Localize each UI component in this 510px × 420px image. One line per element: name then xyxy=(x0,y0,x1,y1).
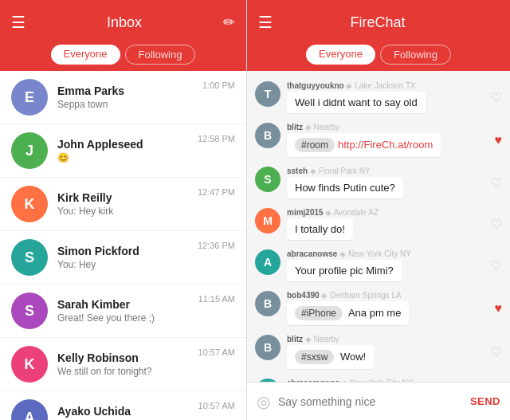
inbox-name: Kelly Robinson xyxy=(57,351,192,364)
hashtag-pill[interactable]: #iPhone xyxy=(295,306,343,320)
chat-bubble-wrap: thatguyyoukno ◈ Lake Jackson TX Well i d… xyxy=(287,81,486,113)
inbox-preview: You: Hey kirk xyxy=(57,206,191,217)
hashtag-pill[interactable]: #room xyxy=(295,138,335,152)
chat-avatar: S xyxy=(255,167,280,192)
chat-item: B blitz ◈ Nearby #sxsw Wow! ♡ xyxy=(247,331,510,373)
right-hamburger-icon[interactable]: ☰ xyxy=(258,13,273,32)
chat-location: ◈ Avondale AZ xyxy=(325,208,379,217)
inbox-preview: You: Hey xyxy=(57,259,191,270)
inbox-title: Inbox xyxy=(26,14,223,31)
inbox-preview: Great! See you there ;) xyxy=(57,312,192,324)
chat-item: A abracamowse ◈ New York City NY Yes, I … xyxy=(247,375,510,382)
avatar: K xyxy=(11,186,48,222)
inbox-name: Kirk Reilly xyxy=(57,191,191,204)
chat-sender-name: bob4390 xyxy=(287,291,320,300)
inbox-item[interactable]: E Emma Parks Seppa town 1:00 PM xyxy=(0,71,246,124)
right-header: ☰ FireChat xyxy=(247,0,510,45)
right-tab-following[interactable]: Following xyxy=(380,45,451,65)
heart-icon[interactable]: ♥ xyxy=(495,133,503,147)
heart-icon[interactable]: ♥ xyxy=(495,301,503,316)
inbox-content: Simon Pickford You: Hey xyxy=(57,245,191,270)
inbox-preview: Seppa town xyxy=(57,99,196,110)
chat-bubble: How finds Putin cute? xyxy=(287,177,403,198)
inbox-item[interactable]: J John Appleseed 😊 12:58 PM xyxy=(0,124,246,178)
chat-bubble: #roomhttp://FireCh.at/room xyxy=(287,133,441,157)
chat-sender-line: blitz ◈ Nearby xyxy=(287,335,486,343)
chat-sender-name: blitz xyxy=(287,335,303,343)
chat-avatar: B xyxy=(255,291,280,316)
inbox-name: Ayako Uchida xyxy=(57,405,192,418)
hashtag-pill[interactable]: #sxsw xyxy=(295,350,334,364)
chat-bubble: #iPhone Ana pm me xyxy=(287,301,409,325)
chat-sender-line: bob4390 ◈ Denham Springs LA xyxy=(287,291,490,300)
chat-sender-name: thatguyyoukno xyxy=(287,81,344,90)
heart-icon[interactable]: ♡ xyxy=(491,217,502,232)
chat-sender-name: blitz xyxy=(287,123,303,131)
avatar: J xyxy=(11,132,48,169)
edit-icon[interactable]: ✏ xyxy=(223,14,235,31)
chat-sender-line: thatguyyoukno ◈ Lake Jackson TX xyxy=(287,81,486,90)
inbox-time: 11:15 AM xyxy=(198,294,235,304)
inbox-item[interactable]: K Kelly Robinson We still on for tonight… xyxy=(0,338,246,391)
heart-icon[interactable]: ♡ xyxy=(491,175,502,190)
chat-link[interactable]: http://FireCh.at/room xyxy=(338,139,433,151)
inbox-time: 12:36 PM xyxy=(198,241,235,250)
inbox-preview: We still on for tonight? xyxy=(57,366,192,377)
left-header: ☰ Inbox ✏ xyxy=(0,0,246,45)
inbox-item[interactable]: S Simon Pickford You: Hey 12:36 PM xyxy=(0,231,246,285)
chat-avatar: B xyxy=(255,123,280,148)
chat-avatar: M xyxy=(255,208,280,234)
chat-bubble-wrap: mimj2015 ◈ Avondale AZ I totally do! xyxy=(287,208,486,240)
inbox-name: John Appleseed xyxy=(57,138,191,151)
right-panel: ☰ FireChat Everyone Following T thatguyy… xyxy=(247,0,510,420)
chat-location: ◈ Denham Springs LA xyxy=(321,291,401,300)
inbox-time: 12:47 PM xyxy=(198,187,235,197)
firechat-title: FireChat xyxy=(273,14,483,31)
chat-bubble-wrap: ssteh ◈ Floral Park NY How finds Putin c… xyxy=(287,167,486,198)
inbox-preview: 😊 xyxy=(57,152,191,163)
avatar: K xyxy=(11,346,48,383)
chat-input[interactable] xyxy=(278,395,470,408)
heart-icon[interactable]: ♡ xyxy=(491,90,502,105)
left-panel: ☰ Inbox ✏ Everyone Following E Emma Park… xyxy=(0,0,247,420)
inbox-content: Kirk Reilly You: Hey kirk xyxy=(57,191,191,217)
chat-location: ◈ Nearby xyxy=(305,335,339,343)
heart-icon[interactable]: ♡ xyxy=(491,258,502,273)
heart-icon[interactable]: ♡ xyxy=(491,344,502,359)
chat-item: M mimj2015 ◈ Avondale AZ I totally do! ♡ xyxy=(247,204,510,244)
right-tab-bar: Everyone Following xyxy=(247,45,510,71)
chat-bubble: I totally do! xyxy=(287,218,353,240)
inbox-content: Sarah Kimber Great! See you there ;) xyxy=(57,298,192,324)
chat-avatar: A xyxy=(255,249,280,275)
chat-bubble-wrap: blitz ◈ Nearby #roomhttp://FireCh.at/roo… xyxy=(287,123,490,157)
inbox-list: E Emma Parks Seppa town 1:00 PM J John A… xyxy=(0,71,246,420)
chat-list: T thatguyyoukno ◈ Lake Jackson TX Well i… xyxy=(247,71,510,382)
chat-sender-line: mimj2015 ◈ Avondale AZ xyxy=(287,208,486,217)
chat-avatar: B xyxy=(255,335,280,360)
chat-item: B bob4390 ◈ Denham Springs LA #iPhone An… xyxy=(247,287,510,329)
inbox-content: Emma Parks Seppa town xyxy=(57,84,196,110)
chat-location: ◈ Floral Park NY xyxy=(310,167,371,175)
inbox-item[interactable]: A Ayako Uchida Great! I like the sound o… xyxy=(0,391,246,420)
hamburger-icon[interactable]: ☰ xyxy=(11,13,26,32)
chat-location: ◈ Nearby xyxy=(305,123,339,131)
send-button[interactable]: SEND xyxy=(470,395,500,407)
left-tab-everyone[interactable]: Everyone xyxy=(51,45,120,65)
right-tab-everyone[interactable]: Everyone xyxy=(306,45,375,65)
chat-avatar: T xyxy=(255,81,280,107)
avatar: S xyxy=(11,292,48,329)
inbox-item[interactable]: K Kirk Reilly You: Hey kirk 12:47 PM xyxy=(0,178,246,231)
avatar: A xyxy=(11,399,48,420)
inbox-name: Sarah Kimber xyxy=(57,298,192,311)
chat-input-bar: ◎ SEND xyxy=(247,382,510,420)
chat-location: ◈ New York City NY xyxy=(339,249,411,258)
inbox-item[interactable]: S Sarah Kimber Great! See you there ;) 1… xyxy=(0,285,246,338)
left-tab-following[interactable]: Following xyxy=(125,45,196,65)
chat-sender-name: mimj2015 xyxy=(287,208,324,217)
inbox-name: Simon Pickford xyxy=(57,245,191,257)
inbox-content: Ayako Uchida Great! I like the sound of … xyxy=(57,405,192,420)
chat-item: T thatguyyoukno ◈ Lake Jackson TX Well i… xyxy=(247,77,510,117)
chat-sender-name: ssteh xyxy=(287,167,308,175)
chat-bubble: Your profile pic Mimi? xyxy=(287,260,402,281)
chat-sender-line: ssteh ◈ Floral Park NY xyxy=(287,167,486,175)
